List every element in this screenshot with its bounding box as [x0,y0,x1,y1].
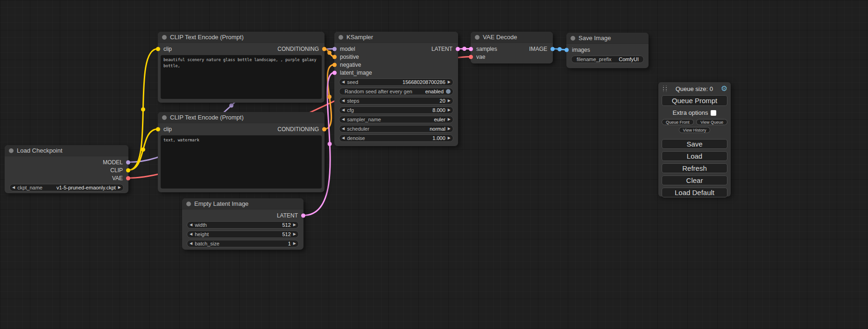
node-clip-text-encode-negative[interactable]: CLIP Text Encode (Prompt) clip CONDITION… [158,112,325,192]
node-title: Save Image [579,35,611,42]
widget-steps[interactable]: ◀ steps 20 ▶ [339,97,453,105]
arrow-left-icon[interactable]: ◀ [342,136,345,140]
output-dot-latent[interactable] [456,47,460,51]
input-dot-model[interactable] [332,47,337,51]
positive-prompt-textarea[interactable]: beautiful scenery nature glass bottle la… [161,55,322,99]
arrow-right-icon[interactable]: ▶ [293,223,296,227]
arrow-left-icon[interactable]: ◀ [342,99,345,103]
widget-cfg[interactable]: ◀ cfg 8.000 ▶ [339,106,453,114]
collapse-dot-icon[interactable] [339,35,343,40]
widget-filename-prefix[interactable]: filename_prefix ComfyUI [571,56,644,63]
collapse-dot-icon[interactable] [162,35,167,40]
slot-row-clip-conditioning: clip CONDITIONING [158,45,325,53]
collapse-dot-icon[interactable] [9,148,14,153]
output-dot-clip[interactable] [126,168,130,172]
widget-scheduler[interactable]: ◀ scheduler normal ▶ [339,125,453,133]
output-label-image: IMAGE [529,46,547,52]
arrow-left-icon[interactable]: ◀ [342,118,345,121]
load-default-button[interactable]: Load Default [662,188,727,197]
arrow-left-icon[interactable]: ◀ [342,80,345,84]
output-label-conditioning: CONDITIONING [277,46,319,52]
arrow-left-icon[interactable]: ◀ [342,127,345,131]
widget-random-seed-toggle[interactable]: Random seed after every gen enabled [339,88,453,95]
widget-seed[interactable]: ◀ seed 156680208700286 ▶ [339,78,453,86]
arrow-right-icon[interactable]: ▶ [118,186,121,189]
arrow-right-icon[interactable]: ▶ [448,80,451,84]
output-dot-model[interactable] [126,160,130,164]
widget-value: 1 [288,241,291,246]
save-button[interactable]: Save [662,139,727,149]
settings-gear-icon[interactable]: ⚙ [721,85,727,92]
input-dot-clip[interactable] [156,47,160,51]
node-graph-canvas[interactable]: Load Checkpoint MODEL CLIP VAE ◀ ckpt_na… [0,0,868,329]
queue-front-button[interactable]: Queue Front [662,119,694,125]
input-dot-samples[interactable] [469,47,473,51]
input-dot-latent-image[interactable] [332,70,337,75]
load-button[interactable]: Load [662,151,727,161]
arrow-right-icon[interactable]: ▶ [448,127,451,131]
node-clip-text-encode-positive[interactable]: CLIP Text Encode (Prompt) clip CONDITION… [158,32,325,103]
arrow-right-icon[interactable]: ▶ [293,232,296,236]
node-title-bar[interactable]: Save Image [566,33,649,44]
node-title-bar[interactable]: CLIP Text Encode (Prompt) [158,112,325,123]
output-dot-conditioning[interactable] [322,127,326,131]
widget-value: 8.000 [432,107,445,113]
node-ksampler[interactable]: KSampler model LATENT positive negative … [334,32,458,146]
arrow-right-icon[interactable]: ▶ [293,242,296,245]
widget-label: batch_size [195,241,219,246]
view-history-button[interactable]: View History [679,127,711,133]
input-dot-negative[interactable] [332,63,337,67]
node-vae-decode[interactable]: VAE Decode samples IMAGE vae [471,32,553,63]
arrow-right-icon[interactable]: ▶ [448,118,451,121]
clear-button[interactable]: Clear [662,175,727,185]
collapse-dot-icon[interactable] [186,202,191,206]
input-dot-positive[interactable] [332,55,337,59]
widget-label: seed [347,79,358,85]
node-load-checkpoint[interactable]: Load Checkpoint MODEL CLIP VAE ◀ ckpt_na… [5,145,128,193]
input-label-images: images [572,47,590,53]
toggle-dot-icon[interactable] [446,89,451,94]
widget-width[interactable]: ◀ width 512 ▶ [187,221,299,229]
collapse-dot-icon[interactable] [162,115,167,120]
output-dot-conditioning[interactable] [322,47,326,51]
input-dot-vae[interactable] [469,55,473,59]
output-dot-vae[interactable] [126,176,130,180]
menu-header: Queue size: 0 ⚙ [662,84,727,93]
node-empty-latent-image[interactable]: Empty Latent Image LATENT ◀ width 512 ▶ … [182,198,303,250]
output-dot-latent[interactable] [301,213,305,217]
node-title-bar[interactable]: CLIP Text Encode (Prompt) [158,32,325,43]
arrow-right-icon[interactable]: ▶ [448,108,451,112]
node-title-bar[interactable]: VAE Decode [471,32,553,43]
arrow-right-icon[interactable]: ▶ [448,136,451,140]
refresh-button[interactable]: Refresh [662,163,727,173]
arrow-left-icon[interactable]: ◀ [190,223,192,227]
widget-value: 512 [282,222,290,228]
node-save-image[interactable]: Save Image images filename_prefix ComfyU… [566,33,649,68]
node-title-bar[interactable]: Load Checkpoint [5,145,128,156]
widget-batch-size[interactable]: ◀ batch_size 1 ▶ [187,240,299,247]
widget-ckpt-name[interactable]: ◀ ckpt_name v1-5-pruned-emaonly.ckpt ▶ [9,184,124,191]
node-title-bar[interactable]: Empty Latent Image [182,198,303,210]
output-dot-image[interactable] [550,47,555,51]
input-slot-images: images [566,46,649,54]
queue-prompt-button[interactable]: Queue Prompt [662,95,727,106]
drag-handle-icon[interactable] [662,85,668,92]
widget-sampler-name[interactable]: ◀ sampler_name euler ▶ [339,116,453,123]
widget-label: sampler_name [347,117,381,122]
collapse-dot-icon[interactable] [475,35,480,40]
arrow-left-icon[interactable]: ◀ [12,186,15,189]
negative-prompt-textarea[interactable]: text, watermark [161,135,322,189]
input-dot-images[interactable] [565,48,569,52]
widget-value: 156680208700286 [402,79,445,85]
node-title-bar[interactable]: KSampler [334,32,458,43]
extra-options-checkbox[interactable] [711,110,716,116]
arrow-left-icon[interactable]: ◀ [190,242,192,245]
widget-denoise[interactable]: ◀ denoise 1.000 ▶ [339,134,453,142]
arrow-right-icon[interactable]: ▶ [448,99,451,103]
input-dot-clip[interactable] [156,127,160,131]
arrow-left-icon[interactable]: ◀ [342,108,345,112]
collapse-dot-icon[interactable] [571,36,575,41]
widget-height[interactable]: ◀ height 512 ▶ [187,231,299,238]
arrow-left-icon[interactable]: ◀ [190,232,192,236]
view-queue-button[interactable]: View Queue [696,119,727,125]
